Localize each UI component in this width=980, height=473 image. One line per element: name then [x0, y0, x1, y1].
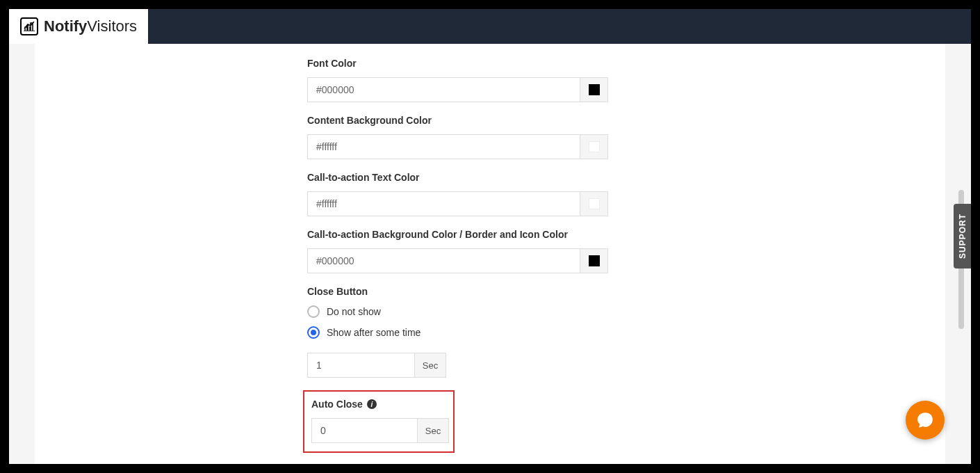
radio-show-after[interactable]	[307, 326, 320, 339]
font-color-label: Font Color	[307, 58, 655, 69]
content-area: Font Color Content Background Color Call…	[9, 44, 971, 464]
auto-close-unit: Sec	[418, 418, 449, 443]
radio-do-not-show-label: Do not show	[327, 306, 381, 317]
cta-text-input[interactable]	[307, 191, 580, 216]
close-delay-input[interactable]	[307, 353, 415, 378]
content-bg-swatch[interactable]	[580, 134, 608, 159]
font-color-swatch[interactable]	[580, 77, 608, 102]
radio-show-after-label: Show after some time	[327, 327, 420, 338]
close-delay-unit: Sec	[415, 353, 446, 378]
cta-bg-input[interactable]	[307, 248, 580, 273]
cta-text-label: Call-to-action Text Color	[307, 172, 655, 183]
info-icon[interactable]: i	[367, 399, 377, 409]
content-bg-input[interactable]	[307, 134, 580, 159]
auto-close-label: Auto Close	[311, 399, 363, 410]
auto-close-input[interactable]	[311, 418, 418, 443]
logo-chart-icon	[20, 17, 38, 35]
radio-do-not-show[interactable]	[307, 305, 320, 318]
chat-button[interactable]	[906, 401, 945, 440]
cta-bg-swatch[interactable]	[580, 248, 608, 273]
support-tab[interactable]: SUPPORT	[954, 204, 971, 268]
repeat-notification-label: Repeat Notification on Submit	[307, 463, 655, 464]
auto-close-section: Auto Close i Sec	[303, 390, 455, 453]
close-button-label: Close Button	[307, 286, 655, 297]
chat-icon	[916, 411, 934, 429]
topbar: NotifyVisitors	[9, 9, 971, 44]
logo-text: NotifyVisitors	[44, 17, 137, 35]
form-panel: Font Color Content Background Color Call…	[35, 44, 945, 464]
logo[interactable]: NotifyVisitors	[9, 9, 148, 44]
cta-text-swatch[interactable]	[580, 191, 608, 216]
content-bg-label: Content Background Color	[307, 115, 655, 126]
font-color-input[interactable]	[307, 77, 580, 102]
cta-bg-label: Call-to-action Background Color / Border…	[307, 229, 655, 240]
